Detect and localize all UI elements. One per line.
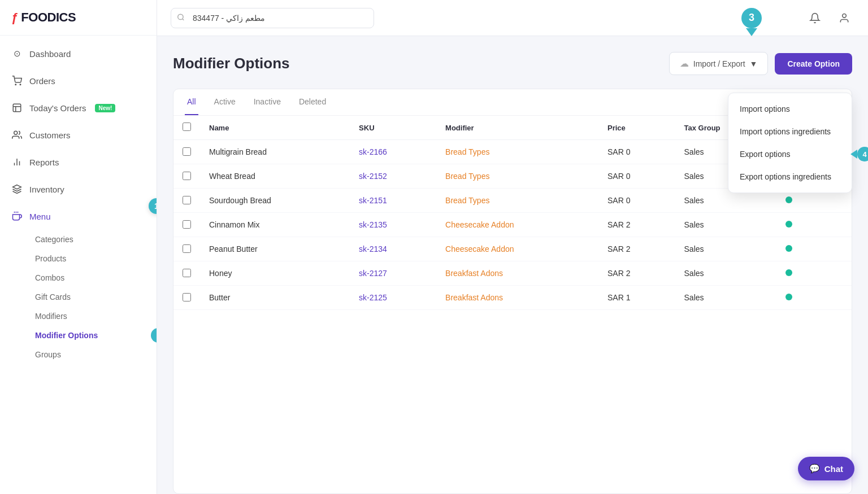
svg-point-15: [843, 14, 847, 18]
row-name: Sourdough Bread: [200, 189, 350, 213]
import-options-ingredients-item[interactable]: Import options ingredients: [728, 120, 852, 143]
row-sku: sk-2135: [350, 213, 436, 237]
active-indicator: [785, 294, 792, 300]
svg-point-13: [178, 14, 183, 19]
todays-orders-icon: [11, 102, 23, 113]
row-select-checkbox[interactable]: [183, 269, 191, 277]
sidebar-item-menu[interactable]: Menu 1: [0, 203, 157, 230]
row-select-checkbox[interactable]: [183, 172, 191, 180]
row-active: [776, 237, 852, 261]
row-modifier: Breakfast Adons: [436, 261, 598, 286]
row-price: SAR 0: [598, 140, 675, 164]
export-options-item[interactable]: Export options 4: [728, 143, 852, 165]
sidebar-item-inventory[interactable]: Inventory: [0, 176, 157, 203]
page-title: Modifier Options: [173, 55, 290, 72]
svg-point-0: [15, 84, 16, 85]
sidebar-item-label: Dashboard: [29, 49, 71, 59]
content-area: Modifier Options ☁ Import / Export ▼ Cre…: [157, 36, 868, 494]
row-name: Honey: [200, 261, 350, 286]
row-checkbox[interactable]: [173, 189, 200, 212]
notifications-button[interactable]: [805, 8, 825, 28]
active-indicator: [785, 221, 792, 228]
chevron-down-icon: ▼: [750, 59, 758, 68]
sidebar-item-categories[interactable]: Categories: [29, 230, 157, 249]
chat-button[interactable]: 💬 Chat: [798, 457, 854, 480]
sidebar-item-combos[interactable]: Combos: [29, 268, 157, 287]
search-icon: [177, 13, 185, 23]
row-modifier: Breakfast Adons: [436, 286, 598, 310]
import-export-label: Import / Export: [693, 59, 745, 68]
row-modifier: Cheesecake Addon: [436, 213, 598, 237]
sidebar: ƒ FOODICS ⊙ Dashboard Orders Today's Ord…: [0, 0, 157, 494]
table-row: Peanut Butter sk-2134 Cheesecake Addon S…: [173, 237, 852, 261]
row-tax-group: Sales: [675, 237, 777, 261]
row-name: Peanut Butter: [200, 237, 350, 261]
row-tax-group: Sales: [675, 213, 777, 237]
col-name: Name: [200, 116, 350, 140]
col-price: Price: [598, 116, 675, 140]
tab-all[interactable]: All: [185, 89, 198, 115]
tab-active[interactable]: Active: [212, 89, 238, 115]
sidebar-item-reports[interactable]: Reports: [0, 148, 157, 176]
sidebar-item-products[interactable]: Products: [29, 249, 157, 268]
row-checkbox[interactable]: [173, 213, 200, 236]
profile-button[interactable]: [834, 8, 854, 28]
export-options-ingredients-item[interactable]: Export options ingredients: [728, 165, 852, 188]
sidebar-item-customers[interactable]: Customers: [0, 121, 157, 148]
row-checkbox[interactable]: [173, 164, 200, 187]
row-select-checkbox[interactable]: [183, 244, 191, 253]
row-active: [776, 213, 852, 237]
row-modifier: Bread Types: [436, 189, 598, 213]
import-export-button[interactable]: ☁ Import / Export ▼: [669, 52, 769, 75]
tab-inactive[interactable]: Inactive: [251, 89, 283, 115]
sidebar-item-orders[interactable]: Orders: [0, 67, 157, 94]
col-checkbox: [173, 116, 200, 140]
import-options-item[interactable]: Import options: [728, 98, 852, 120]
sidebar-item-label: Reports: [29, 158, 59, 167]
sidebar-item-label: Menu: [29, 212, 51, 221]
sidebar-item-label: Orders: [29, 76, 55, 86]
search-input[interactable]: [171, 8, 374, 28]
svg-rect-2: [13, 104, 21, 112]
import-export-dropdown: Import options Import options ingredient…: [728, 93, 852, 193]
row-checkbox[interactable]: [173, 237, 200, 260]
sidebar-item-gift-cards[interactable]: Gift Cards: [29, 287, 157, 307]
select-all-checkbox[interactable]: [183, 123, 191, 131]
sidebar-item-modifiers[interactable]: Modifiers: [29, 307, 157, 326]
row-checkbox[interactable]: [173, 286, 200, 309]
row-active: [776, 286, 852, 310]
row-select-checkbox[interactable]: [183, 196, 191, 204]
row-checkbox[interactable]: [173, 261, 200, 285]
row-sku: sk-2152: [350, 164, 436, 189]
row-modifier: Bread Types: [436, 164, 598, 189]
sidebar-nav: ⊙ Dashboard Orders Today's Orders New! C…: [0, 36, 157, 494]
sidebar-item-dashboard[interactable]: ⊙ Dashboard: [0, 40, 157, 67]
logo-text: ƒ FOODICS: [11, 10, 76, 24]
sub-nav: Categories Products Combos Gift Cards Mo…: [0, 230, 157, 364]
row-name: Butter: [200, 286, 350, 310]
dashboard-icon: ⊙: [11, 48, 23, 59]
row-select-checkbox[interactable]: [183, 293, 191, 301]
svg-marker-9: [13, 185, 21, 190]
row-checkbox[interactable]: [173, 140, 200, 163]
orders-icon: [11, 75, 23, 86]
new-badge: New!: [95, 104, 115, 112]
row-sku: sk-2125: [350, 286, 436, 310]
row-select-checkbox[interactable]: [183, 147, 191, 156]
col-modifier: Modifier: [436, 116, 598, 140]
row-price: SAR 0: [598, 189, 675, 213]
sidebar-item-groups[interactable]: Groups: [29, 345, 157, 364]
tab-deleted[interactable]: Deleted: [297, 89, 328, 115]
sidebar-item-modifier-options[interactable]: Modifier Options 2: [29, 326, 157, 345]
row-sku: sk-2134: [350, 237, 436, 261]
svg-line-14: [183, 19, 184, 20]
customers-icon: [11, 129, 23, 141]
create-option-button[interactable]: Create Option: [775, 53, 852, 75]
sidebar-item-todays-orders[interactable]: Today's Orders New!: [0, 94, 157, 121]
row-name: Cinnamon Mix: [200, 213, 350, 237]
menu-icon: [11, 211, 23, 222]
table-row: Butter sk-2125 Breakfast Adons SAR 1 Sal…: [173, 286, 852, 310]
row-select-checkbox[interactable]: [183, 220, 191, 229]
inventory-icon: [11, 183, 23, 195]
cloud-icon: ☁: [680, 58, 689, 69]
